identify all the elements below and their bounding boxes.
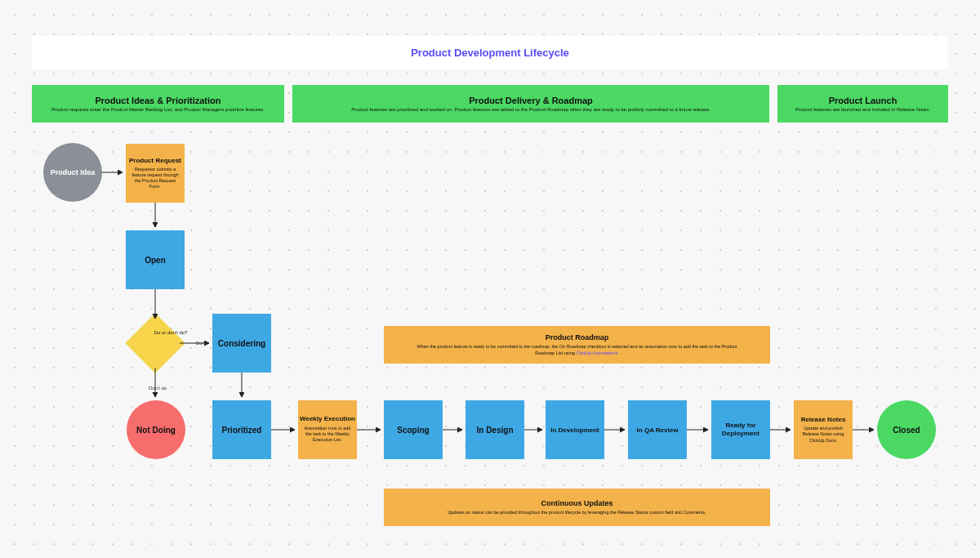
arrows-layer — [0, 0, 980, 558]
